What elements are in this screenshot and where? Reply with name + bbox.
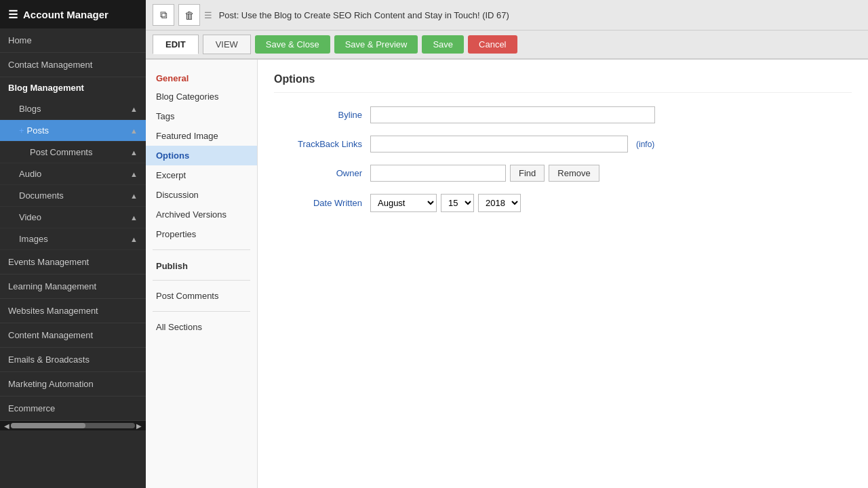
h-scroll-thumb	[11, 423, 85, 428]
view-tab[interactable]: VIEW	[203, 35, 251, 54]
sidebar-posts-label: +Posts	[19, 125, 49, 136]
images-label: Images	[19, 234, 48, 244]
save-button[interactable]: Save	[422, 35, 464, 54]
posts-arrow-icon: ▲	[130, 127, 138, 135]
sidebar-item-contact-management[interactable]: Contact Management	[0, 53, 146, 77]
trackback-label: TrackBack Links	[274, 139, 362, 149]
trackback-info-link[interactable]: (info)	[636, 140, 654, 149]
owner-input[interactable]	[370, 165, 506, 182]
month-select[interactable]: JanuaryFebruaryMarchApril MayJuneJulyAug…	[370, 194, 437, 212]
nav-divider-3	[153, 311, 250, 312]
posts-plus-icon: +	[19, 125, 24, 136]
byline-row: Byline	[274, 106, 852, 123]
sidebar-item-post-comments[interactable]: Post Comments ▲	[0, 142, 146, 163]
date-written-label: Date Written	[274, 198, 362, 208]
owner-input-group: Find Remove	[370, 165, 599, 182]
content-area: General Blog Categories Tags Featured Im…	[146, 60, 868, 488]
sidebar-item-documents[interactable]: Documents ▲	[0, 185, 146, 207]
nav-item-all-sections[interactable]: All Sections	[146, 317, 257, 337]
nav-item-post-comments[interactable]: Post Comments	[146, 286, 257, 306]
sidebar-item-audio[interactable]: Audio ▲	[0, 163, 146, 185]
nav-item-blog-categories[interactable]: Blog Categories	[146, 87, 257, 106]
sidebar-item-emails-broadcasts[interactable]: Emails & Broadcasts	[0, 348, 146, 372]
sidebar-item-marketing-automation[interactable]: Marketing Automation	[0, 372, 146, 396]
topbar: ⧉ 🗑 ☰ Post: Use the Blog to Create SEO R…	[146, 0, 868, 30]
nav-item-discussion[interactable]: Discussion	[146, 185, 257, 205]
video-label: Video	[19, 212, 41, 222]
find-button[interactable]: Find	[510, 165, 545, 182]
byline-input[interactable]	[370, 106, 655, 123]
edit-tab[interactable]: EDIT	[153, 35, 199, 54]
documents-arrow-icon: ▲	[130, 192, 138, 200]
date-written-row: Date Written JanuaryFebruaryMarchApril M…	[274, 194, 852, 212]
video-arrow-icon: ▲	[130, 214, 138, 222]
nav-item-archived-versions[interactable]: Archived Versions	[146, 205, 257, 224]
sidebar-item-events-management[interactable]: Events Management	[0, 250, 146, 274]
sidebar-item-video[interactable]: Video ▲	[0, 207, 146, 228]
left-nav: General Blog Categories Tags Featured Im…	[146, 60, 258, 488]
nav-item-options[interactable]: Options	[146, 146, 257, 165]
sidebar: ☰ Account Manager Home Contact Managemen…	[0, 0, 146, 488]
audio-label: Audio	[19, 169, 41, 179]
audio-arrow-icon: ▲	[130, 170, 138, 178]
day-select[interactable]: 15	[441, 194, 474, 212]
nav-item-properties[interactable]: Properties	[146, 224, 257, 244]
options-panel: Options Byline TrackBack Links (info) Ow…	[258, 60, 868, 488]
nav-item-excerpt[interactable]: Excerpt	[146, 165, 257, 185]
hamburger-icon[interactable]: ☰	[8, 8, 18, 21]
sidebar-blogs-label: Blogs	[19, 104, 41, 114]
nav-item-tags[interactable]: Tags	[146, 106, 257, 126]
sidebar-item-posts[interactable]: +Posts ▲	[0, 120, 146, 142]
nav-section-general: General	[146, 66, 257, 87]
h-scroll-track[interactable]	[11, 423, 135, 428]
nav-item-featured-image[interactable]: Featured Image	[146, 126, 257, 146]
sidebar-item-blogs[interactable]: Blogs ▲	[0, 98, 146, 120]
post-comments-arrow-icon: ▲	[130, 148, 138, 157]
save-preview-button[interactable]: Save & Preview	[334, 35, 418, 54]
owner-label: Owner	[274, 168, 362, 178]
cancel-button[interactable]: Cancel	[468, 35, 517, 54]
nav-section-publish: Publish	[146, 256, 257, 274]
blogs-arrow-icon: ▲	[130, 105, 138, 113]
sidebar-item-ecommerce[interactable]: Ecommerce	[0, 396, 146, 421]
date-written-inputs: JanuaryFebruaryMarchApril MayJuneJulyAug…	[370, 194, 521, 212]
year-select[interactable]: 2018	[478, 194, 521, 212]
sidebar-section-blog-management: Blog Management	[0, 77, 146, 98]
trackback-input[interactable]	[370, 136, 628, 152]
images-arrow-icon: ▲	[130, 235, 138, 243]
sidebar-item-images[interactable]: Images ▲	[0, 228, 146, 250]
scroll-right-icon[interactable]: ▶	[135, 422, 143, 430]
scroll-left-icon[interactable]: ◀	[3, 422, 11, 430]
nav-divider-1	[153, 249, 250, 250]
sidebar-header[interactable]: ☰ Account Manager	[0, 0, 146, 28]
sidebar-scrollbar-bottom: ◀ ▶	[0, 421, 146, 430]
remove-button[interactable]: Remove	[549, 165, 599, 182]
byline-label: Byline	[274, 110, 362, 120]
nav-divider-2	[153, 280, 250, 281]
delete-button[interactable]: 🗑	[178, 4, 200, 26]
options-title: Options	[274, 73, 852, 93]
documents-label: Documents	[19, 190, 64, 201]
copy-button[interactable]: ⧉	[153, 4, 174, 26]
sidebar-item-websites-management[interactable]: Websites Management	[0, 299, 146, 323]
topbar-title: ☰ Post: Use the Blog to Create SEO Rich …	[204, 10, 861, 20]
sidebar-item-learning-management[interactable]: Learning Management	[0, 274, 146, 299]
sidebar-item-content-management[interactable]: Content Management	[0, 323, 146, 348]
trackback-row: TrackBack Links (info)	[274, 136, 852, 152]
topbar-hamburger-icon: ☰	[204, 10, 212, 20]
toolbar: EDIT VIEW Save & Close Save & Preview Sa…	[146, 30, 868, 60]
post-comments-label: Post Comments	[30, 147, 92, 157]
owner-row: Owner Find Remove	[274, 165, 852, 182]
main-area: ⧉ 🗑 ☰ Post: Use the Blog to Create SEO R…	[146, 0, 868, 488]
sidebar-item-home[interactable]: Home	[0, 28, 146, 53]
sidebar-title: Account Manager	[23, 9, 108, 20]
save-close-button[interactable]: Save & Close	[255, 35, 330, 54]
